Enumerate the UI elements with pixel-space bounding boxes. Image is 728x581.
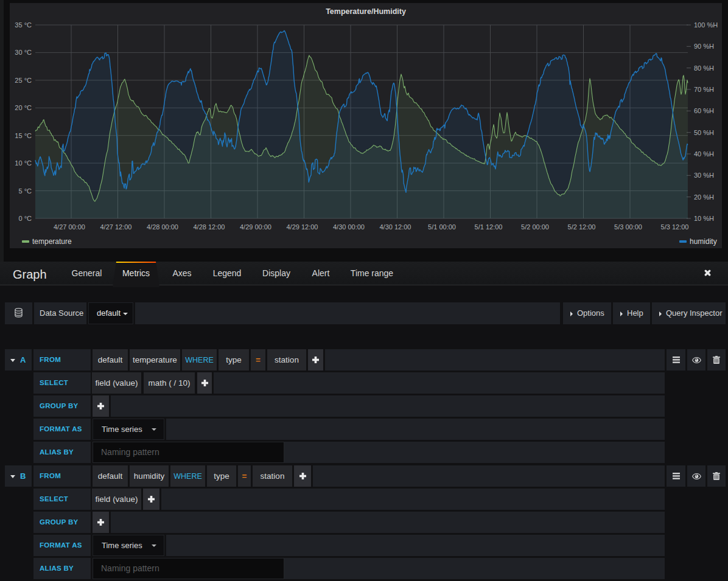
svg-text:4/27 12:00: 4/27 12:00: [100, 223, 132, 231]
svg-text:4/30 12:00: 4/30 12:00: [380, 223, 411, 231]
svg-text:5/1 12:00: 5/1 12:00: [475, 223, 503, 231]
svg-text:50 %H: 50 %H: [694, 129, 714, 136]
svg-text:35 °C: 35 °C: [15, 21, 32, 29]
svg-text:40 %H: 40 %H: [694, 150, 714, 158]
svg-text:5/1 00:00: 5/1 00:00: [428, 223, 456, 231]
svg-text:10 %H: 10 %H: [694, 215, 714, 222]
svg-text:80 %H: 80 %H: [694, 64, 714, 72]
svg-text:4/29 00:00: 4/29 00:00: [240, 223, 271, 231]
svg-text:5/2 12:00: 5/2 12:00: [568, 223, 596, 231]
svg-text:60 %H: 60 %H: [694, 107, 714, 114]
svg-text:15 °C: 15 °C: [15, 132, 32, 139]
svg-text:20 °C: 20 °C: [15, 104, 32, 111]
svg-text:4/28 12:00: 4/28 12:00: [194, 223, 225, 231]
svg-text:20 %H: 20 %H: [694, 193, 714, 201]
svg-text:5/2 00:00: 5/2 00:00: [521, 223, 549, 231]
svg-text:4/27 00:00: 4/27 00:00: [54, 223, 85, 231]
svg-text:10 °C: 10 °C: [15, 159, 32, 167]
svg-text:90 %H: 90 %H: [694, 43, 714, 50]
svg-text:4/29 12:00: 4/29 12:00: [287, 223, 318, 231]
svg-text:4/30 00:00: 4/30 00:00: [333, 223, 365, 231]
svg-text:70 %H: 70 %H: [694, 86, 714, 93]
svg-text:100 %H: 100 %H: [694, 21, 718, 29]
svg-text:5/3 00:00: 5/3 00:00: [614, 223, 642, 231]
svg-text:4/28 00:00: 4/28 00:00: [147, 223, 178, 231]
svg-text:0 °C: 0 °C: [18, 215, 32, 222]
svg-text:5 °C: 5 °C: [18, 187, 32, 195]
svg-text:25 °C: 25 °C: [15, 77, 32, 84]
svg-text:30 °C: 30 °C: [15, 49, 32, 56]
svg-text:5/3 12:00: 5/3 12:00: [661, 223, 689, 231]
svg-text:30 %H: 30 %H: [694, 172, 714, 179]
